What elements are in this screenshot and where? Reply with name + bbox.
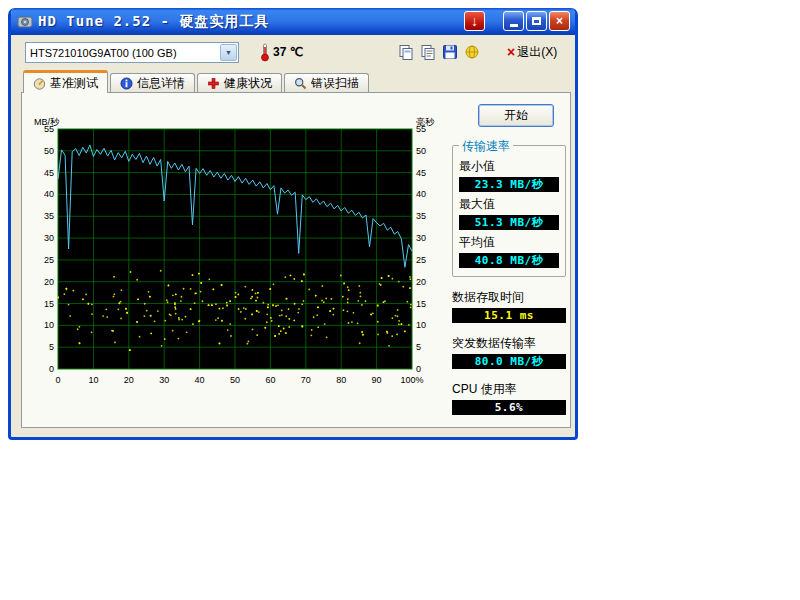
thermometer-icon	[259, 42, 271, 62]
svg-text:100%: 100%	[400, 375, 423, 385]
export-button[interactable]	[461, 41, 483, 63]
save-icon	[442, 44, 458, 60]
burst-rate-section: 突发数据传输率 80.0 MB/秒	[452, 335, 566, 369]
svg-text:30: 30	[159, 375, 169, 385]
svg-text:0: 0	[416, 364, 421, 374]
chevron-down-icon[interactable]: ▼	[220, 44, 237, 61]
maximize-button[interactable]	[526, 11, 547, 31]
svg-text:10: 10	[416, 320, 426, 330]
transfer-rate-group: 传输速率 最小值 23.3 MB/秒 最大值 51.3 MB/秒 平均值 40.…	[452, 145, 566, 277]
max-value: 51.3 MB/秒	[459, 215, 559, 230]
svg-text:10: 10	[88, 375, 98, 385]
copy-text-icon	[420, 44, 436, 60]
info-icon	[120, 77, 133, 90]
max-label: 最大值	[459, 196, 559, 213]
svg-text:40: 40	[195, 375, 205, 385]
app-icon	[17, 14, 33, 30]
exit-button[interactable]: × 退出(X)	[507, 41, 557, 63]
svg-text:40: 40	[44, 189, 54, 199]
start-button[interactable]: 开始	[478, 104, 554, 127]
svg-text:0: 0	[55, 375, 60, 385]
export-icon	[464, 44, 480, 60]
benchmark-icon	[33, 77, 46, 90]
tab-benchmark-label: 基准测试	[50, 75, 98, 92]
svg-text:25: 25	[44, 255, 54, 265]
access-time-section: 数据存取时间 15.1 ms	[452, 289, 566, 323]
benchmark-panel: 开始 MB/秒毫秒0055101015152020252530303535404…	[21, 92, 571, 428]
tab-health-label: 健康状况	[224, 75, 272, 92]
svg-text:90: 90	[372, 375, 382, 385]
transfer-rate-group-title: 传输速率	[459, 138, 513, 155]
burst-rate-value: 80.0 MB/秒	[452, 354, 566, 369]
copy-image-button[interactable]	[395, 41, 417, 63]
health-icon	[207, 77, 220, 90]
svg-text:35: 35	[44, 211, 54, 221]
toolbar: HTS721010G9AT00 (100 GB) ▼ 37 ℃	[11, 35, 575, 69]
tab-strip: 基准测试 信息详情 健康状况 错误扫描	[23, 70, 371, 93]
svg-text:20: 20	[416, 277, 426, 287]
tab-health[interactable]: 健康状况	[197, 73, 282, 93]
svg-text:35: 35	[416, 211, 426, 221]
cpu-usage-label: CPU 使用率	[452, 381, 566, 398]
svg-text:50: 50	[230, 375, 240, 385]
title-bar[interactable]: HD Tune 2.52 - 硬盘实用工具 ↓ ×	[11, 8, 575, 35]
svg-text:0: 0	[49, 364, 54, 374]
svg-text:20: 20	[44, 277, 54, 287]
hd-tune-window: HD Tune 2.52 - 硬盘实用工具 ↓ × HTS721010G9AT0…	[8, 8, 578, 440]
svg-text:70: 70	[301, 375, 311, 385]
svg-text:50: 50	[44, 146, 54, 156]
avg-label: 平均值	[459, 234, 559, 251]
svg-text:60: 60	[265, 375, 275, 385]
minimize-icon	[510, 24, 518, 27]
cpu-usage-value: 5.6%	[452, 400, 566, 415]
drive-select-value: HTS721010G9AT00 (100 GB)	[26, 47, 219, 59]
svg-text:80: 80	[336, 375, 346, 385]
drive-select-dropdown[interactable]: HTS721010G9AT00 (100 GB) ▼	[25, 42, 239, 63]
svg-text:10: 10	[44, 320, 54, 330]
copy-image-icon	[398, 44, 414, 60]
svg-text:50: 50	[416, 146, 426, 156]
temperature-value: 37 ℃	[273, 45, 303, 59]
svg-text:20: 20	[124, 375, 134, 385]
tab-info[interactable]: 信息详情	[110, 73, 195, 93]
access-time-value: 15.1 ms	[452, 308, 566, 323]
exit-x-icon: ×	[507, 44, 515, 60]
svg-text:15: 15	[44, 299, 54, 309]
toolbar-icon-bar	[395, 41, 483, 63]
svg-text:30: 30	[416, 233, 426, 243]
window-title: HD Tune 2.52 - 硬盘实用工具	[38, 13, 269, 31]
benchmark-chart-container: MB/秒毫秒0055101015152020252530303535404045…	[32, 115, 436, 397]
tab-benchmark[interactable]: 基准测试	[23, 70, 108, 93]
close-button[interactable]: ×	[549, 11, 570, 31]
minimize-button[interactable]	[503, 11, 524, 31]
copy-text-button[interactable]	[417, 41, 439, 63]
svg-text:15: 15	[416, 299, 426, 309]
svg-text:40: 40	[416, 189, 426, 199]
cpu-usage-section: CPU 使用率 5.6%	[452, 381, 566, 415]
save-button[interactable]	[439, 41, 461, 63]
svg-text:25: 25	[416, 255, 426, 265]
burst-rate-label: 突发数据传输率	[452, 335, 566, 352]
avg-value: 40.8 MB/秒	[459, 253, 559, 268]
tab-error-scan-label: 错误扫描	[311, 75, 359, 92]
svg-text:55: 55	[44, 124, 54, 134]
svg-text:45: 45	[44, 168, 54, 178]
download-overlay-button[interactable]: ↓	[464, 11, 485, 31]
results-column: 传输速率 最小值 23.3 MB/秒 最大值 51.3 MB/秒 平均值 40.…	[452, 139, 566, 415]
min-value: 23.3 MB/秒	[459, 177, 559, 192]
error-scan-icon	[294, 77, 307, 90]
exit-label: 退出(X)	[517, 44, 557, 61]
access-time-label: 数据存取时间	[452, 289, 566, 306]
tab-error-scan[interactable]: 错误扫描	[284, 73, 369, 93]
svg-text:30: 30	[44, 233, 54, 243]
svg-text:55: 55	[416, 124, 426, 134]
min-label: 最小值	[459, 158, 559, 175]
tab-info-label: 信息详情	[137, 75, 185, 92]
maximize-icon	[532, 17, 541, 25]
svg-text:5: 5	[416, 342, 421, 352]
benchmark-chart: MB/秒毫秒0055101015152020252530303535404045…	[32, 115, 436, 393]
svg-text:5: 5	[49, 342, 54, 352]
svg-text:45: 45	[416, 168, 426, 178]
